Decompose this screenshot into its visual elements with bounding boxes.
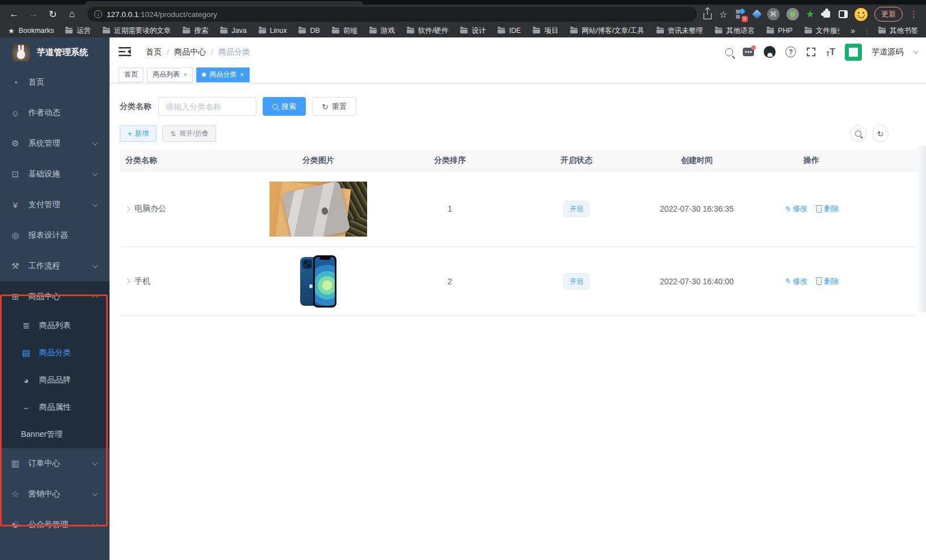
tab-商品分类[interactable]: 商品分类× xyxy=(196,68,250,82)
bookmarks-star-icon: ★ xyxy=(8,27,15,35)
bookmark-folder[interactable]: 项目 xyxy=(533,26,558,36)
browser-tabstrip xyxy=(0,0,926,5)
bookmark-folder[interactable]: 游戏 xyxy=(369,26,395,36)
sidebar-item-商品中心[interactable]: ⊞商品中心 xyxy=(0,281,110,312)
active-browser-tab[interactable] xyxy=(85,1,363,5)
sidebar-item-首页[interactable]: ◔首页 xyxy=(0,67,110,98)
sidebar-item-商品列表[interactable]: ≣商品列表 xyxy=(0,312,110,339)
fullscreen-icon[interactable] xyxy=(806,47,816,57)
collapse-sidebar-icon[interactable] xyxy=(119,47,132,58)
expand-collapse-button[interactable]: ⇅展开/折叠 xyxy=(162,125,216,142)
side-panel-icon[interactable] xyxy=(839,10,848,18)
sidebar-item-公众号管理[interactable]: ☯公众号管理 xyxy=(0,510,110,540)
bookmark-folder[interactable]: 运营 xyxy=(65,26,91,36)
breadcrumb-home[interactable]: 首页 xyxy=(146,47,162,57)
profile-emoji-icon[interactable] xyxy=(855,8,868,21)
sidebar-item-作者动态[interactable]: ☺作者动态 xyxy=(0,98,110,128)
chevron-down-icon xyxy=(92,460,98,466)
back-icon[interactable]: ← xyxy=(6,6,23,22)
update-button[interactable]: 更新 xyxy=(874,7,903,22)
expand-row-icon[interactable] xyxy=(125,279,131,284)
bookmark-folder[interactable]: 设计 xyxy=(460,26,486,36)
gem-extension-icon[interactable] xyxy=(752,10,761,19)
command-extension-icon[interactable]: ⌘ xyxy=(767,8,780,20)
folder-icon xyxy=(65,28,73,33)
bookmark-folder[interactable]: 网站/博客/文章/工具 xyxy=(570,26,644,36)
site-info-icon[interactable]: i xyxy=(94,10,102,18)
pencil-icon: ✎ xyxy=(784,205,790,213)
bookmark-folder[interactable]: Java xyxy=(220,27,246,35)
hide-search-button[interactable] xyxy=(850,125,866,142)
other-bookmarks-folder[interactable]: 其他书签 xyxy=(878,26,918,36)
bookmark-star-icon[interactable]: ☆ xyxy=(719,9,727,20)
app-logo-row[interactable]: 芋道管理系统 xyxy=(0,37,110,67)
bookmark-folder[interactable]: IDE xyxy=(498,27,521,35)
message-icon[interactable] xyxy=(743,48,754,56)
bookmark-folder[interactable]: 软件/硬件 xyxy=(407,26,448,36)
bookmark-folder-label: Java xyxy=(232,27,246,35)
kebab-menu-icon[interactable]: ⋮ xyxy=(910,9,918,19)
github-icon[interactable] xyxy=(764,46,776,58)
dot-extension-icon[interactable] xyxy=(786,8,799,20)
add-button[interactable]: +新增 xyxy=(120,125,157,142)
search-icon xyxy=(272,104,278,110)
chevron-down-icon xyxy=(92,491,98,496)
help-icon[interactable]: ? xyxy=(785,47,796,57)
bookmark-folder-label: PHP xyxy=(778,27,793,35)
category-name-input[interactable] xyxy=(158,97,256,116)
home-icon[interactable]: ⌂ xyxy=(64,6,81,22)
close-icon[interactable]: × xyxy=(183,71,187,79)
tab-商品列表[interactable]: 商品列表× xyxy=(147,68,193,82)
refresh-button[interactable]: ↻ xyxy=(872,125,889,142)
bookmark-folder[interactable]: 搜索 xyxy=(183,26,208,36)
reload-icon[interactable]: ↻ xyxy=(44,6,61,22)
sidebar-item-基础设施[interactable]: ⊡基础设施 xyxy=(0,159,110,190)
star-extension-icon[interactable]: ★ xyxy=(806,9,815,19)
share-icon[interactable] xyxy=(704,9,713,19)
bookmark-folder[interactable]: Linux xyxy=(259,27,287,35)
sidebar-item-支付管理[interactable]: ¥支付管理 xyxy=(0,190,110,220)
sidebar-item-订单中心[interactable]: ▥订单中心 xyxy=(0,448,110,479)
bookmark-folder[interactable]: 其他语言 xyxy=(715,26,755,36)
expand-row-icon[interactable] xyxy=(125,206,131,212)
edit-button[interactable]: ✎修改 xyxy=(784,204,807,214)
sidebar-item-报表设计器[interactable]: ◎报表设计器 xyxy=(0,220,110,251)
sidebar-item-营销中心[interactable]: ☆营销中心 xyxy=(0,479,110,510)
status-badge[interactable]: 开启 xyxy=(563,273,590,289)
sidebar-item-label: 商品品牌 xyxy=(39,375,71,385)
sidebar-item-商品分类[interactable]: ▤商品分类 xyxy=(0,339,110,367)
bookmark-folder[interactable]: 近期需要读的文章 xyxy=(103,26,171,36)
category-sort: 1 xyxy=(398,204,502,213)
bookmark-folder[interactable]: 前端 xyxy=(332,26,357,36)
sidebar-item-Banner管理[interactable]: Banner管理 xyxy=(0,421,110,448)
delete-button[interactable]: 删除 xyxy=(816,204,839,214)
breadcrumb-product-center[interactable]: 商品中心 xyxy=(174,47,206,57)
sidebar-item-商品属性[interactable]: ⌣商品属性 xyxy=(0,394,110,421)
avatar[interactable] xyxy=(845,44,862,61)
sidebar-item-工作流程[interactable]: ⚒工作流程 xyxy=(0,251,110,281)
delete-button[interactable]: 删除 xyxy=(816,276,839,287)
extensions-icon[interactable]: 9 xyxy=(734,8,747,20)
edit-button[interactable]: ✎修改 xyxy=(784,276,807,287)
chevron-down-icon[interactable] xyxy=(913,48,919,54)
search-button[interactable]: 搜索 xyxy=(263,97,306,116)
url-bar[interactable]: i 127.0.0.1:1024/product/category xyxy=(87,7,697,22)
username[interactable]: 芋道源码 xyxy=(872,47,903,57)
sidebar-item-商品品牌[interactable]: ◕商品品牌 xyxy=(0,367,110,394)
close-icon[interactable]: × xyxy=(240,71,244,79)
bookmark-folder[interactable]: 文件服务器 xyxy=(805,26,839,36)
tab-首页[interactable]: 首页 xyxy=(119,68,144,82)
reset-button[interactable]: ↻重置 xyxy=(312,97,356,116)
bookmarks-overflow-chevron[interactable]: » xyxy=(851,26,855,35)
forward-icon[interactable]: → xyxy=(25,6,42,22)
search-icon[interactable] xyxy=(725,48,733,56)
bookmark-folder[interactable]: PHP xyxy=(767,27,793,35)
bookmark-folder[interactable]: 资讯未整理 xyxy=(656,26,704,36)
bookmarks-root[interactable]: ★ Bookmarks xyxy=(8,27,54,35)
status-badge[interactable]: 开启 xyxy=(563,201,590,217)
sidebar-item-系统管理[interactable]: ⚙系统管理 xyxy=(0,128,110,159)
puzzle-extensions-icon[interactable] xyxy=(823,11,830,18)
font-size-icon[interactable]: TT xyxy=(826,47,835,57)
bookmark-folder[interactable]: DB xyxy=(298,27,319,35)
sidebar-item-label: 公众号管理 xyxy=(28,520,68,530)
